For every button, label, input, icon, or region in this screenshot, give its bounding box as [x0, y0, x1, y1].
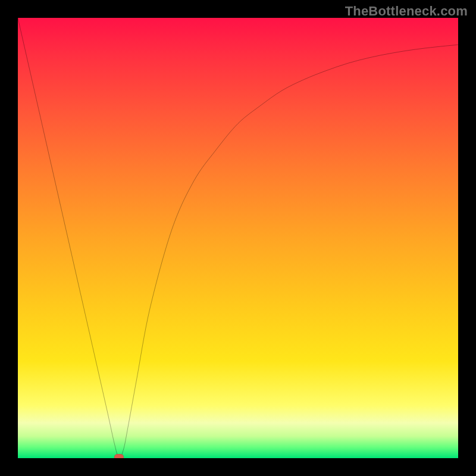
- chart-frame: TheBottleneck.com: [0, 0, 476, 476]
- optimum-marker: [114, 454, 124, 458]
- plot-area: [18, 18, 458, 458]
- watermark-text: TheBottleneck.com: [345, 4, 468, 19]
- bottleneck-curve: [18, 18, 458, 458]
